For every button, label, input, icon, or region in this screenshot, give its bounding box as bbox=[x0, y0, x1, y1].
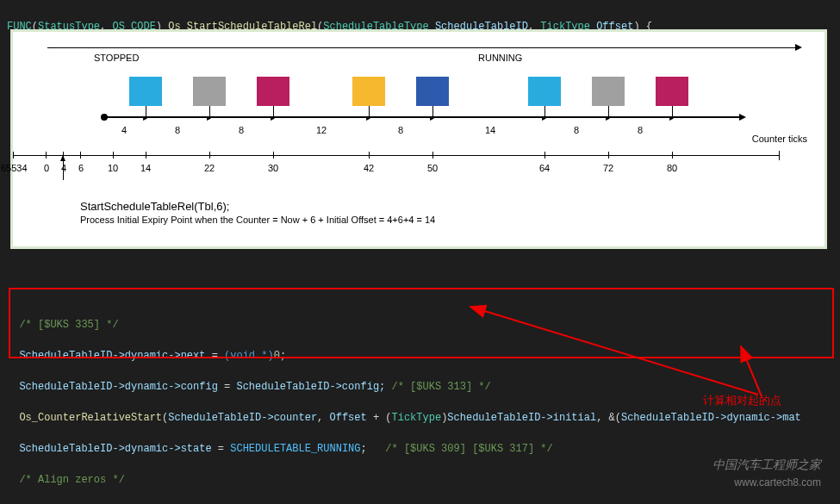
timeline-box-2 bbox=[193, 77, 226, 106]
arg: ScheduleTableID->dynamic->mat bbox=[621, 412, 801, 424]
comment: /* [$UKS 335] */ bbox=[19, 319, 118, 331]
numline-label: 6 bbox=[78, 163, 84, 173]
timeline-box-7 bbox=[592, 77, 625, 106]
op: = bbox=[218, 443, 224, 455]
op: + bbox=[373, 412, 379, 424]
numline-label: 0 bbox=[44, 163, 49, 173]
numline-label: 10 bbox=[108, 163, 118, 173]
timeline-box-3 bbox=[257, 77, 289, 106]
interval-label: 8 bbox=[398, 125, 403, 135]
num: 0 bbox=[274, 350, 280, 362]
pointer-up-arrow bbox=[63, 159, 64, 180]
timeline-box-4 bbox=[352, 77, 385, 106]
numline-label: 22 bbox=[204, 163, 215, 173]
numline-label: 72 bbox=[603, 163, 613, 173]
number-line bbox=[13, 155, 780, 156]
counter-ticks-label: Counter ticks bbox=[752, 134, 807, 144]
cast: (void *) bbox=[224, 350, 274, 362]
interval-label: 8 bbox=[574, 125, 579, 135]
cast-type: TickType bbox=[392, 412, 442, 424]
numline-label: 14 bbox=[140, 163, 151, 173]
rhs: ScheduleTableID->config; bbox=[236, 381, 385, 393]
timeline-box-5 bbox=[416, 77, 449, 106]
interval-label: 12 bbox=[316, 125, 327, 135]
numline-label: 65534 bbox=[1, 163, 28, 173]
fn-call: Os_CounterRelativeStart bbox=[19, 412, 162, 424]
numline-label: 4 bbox=[61, 163, 66, 173]
annotation-text: 计算相对起的点 bbox=[703, 393, 781, 408]
stopped-label: STOPPED bbox=[94, 53, 139, 63]
op: & bbox=[609, 412, 615, 424]
lhs: ScheduleTableID->dynamic->next bbox=[19, 350, 205, 362]
comment: /* [$UKS 313] */ bbox=[391, 381, 490, 393]
comment: /* [$UKS 309] [$UKS 317] */ bbox=[385, 443, 552, 455]
timeline-box-1 bbox=[129, 77, 162, 106]
interval-label: 8 bbox=[638, 125, 643, 135]
diagram-caption: StartScheduleTableRel(Tbl,6); bbox=[80, 200, 229, 213]
timeline-box-6 bbox=[528, 77, 561, 106]
semi: ; bbox=[280, 350, 286, 362]
lhs: ScheduleTableID->dynamic->state bbox=[19, 443, 211, 455]
watermark-text-1: 中国汽车工程师之家 bbox=[712, 457, 821, 473]
enum-val: SCHEDULETABLE_RUNNING bbox=[230, 443, 360, 455]
interval-label: 8 bbox=[239, 125, 244, 135]
interval-label: 4 bbox=[121, 125, 127, 135]
interval-line: ▸▸▸▸▸▸▸▸ bbox=[103, 116, 741, 118]
lhs: ScheduleTableID->dynamic->config bbox=[19, 381, 217, 393]
arg: Offset bbox=[329, 412, 366, 424]
arg: ScheduleTableID->counter bbox=[168, 412, 317, 424]
comment: /* Align zeros */ bbox=[19, 474, 124, 486]
op: = bbox=[212, 350, 218, 362]
numline-label: 42 bbox=[364, 163, 374, 173]
op: = bbox=[224, 381, 230, 393]
numline-label: 80 bbox=[667, 163, 677, 173]
timeline-box-8 bbox=[656, 77, 688, 106]
watermark-text-2: www.cartech8.com bbox=[734, 476, 821, 488]
numline-label: 50 bbox=[427, 163, 438, 173]
interval-label: 8 bbox=[175, 125, 180, 135]
diagram-subcaption: Process Initial Expiry Point when the Co… bbox=[80, 215, 435, 225]
interval-start-dot bbox=[101, 114, 108, 121]
timeline-diagram: STOPPED RUNNING ▸▸▸▸▸▸▸▸ 4 8 8 12 8 14 8… bbox=[10, 29, 827, 249]
running-label: RUNNING bbox=[478, 53, 522, 63]
arg: ScheduleTableID->initial bbox=[447, 412, 596, 424]
numline-label: 64 bbox=[539, 163, 550, 173]
interval-label: 14 bbox=[485, 125, 495, 135]
numline-label: 30 bbox=[268, 163, 278, 173]
semi: ; bbox=[361, 443, 367, 455]
timeline-arrow bbox=[47, 47, 797, 48]
